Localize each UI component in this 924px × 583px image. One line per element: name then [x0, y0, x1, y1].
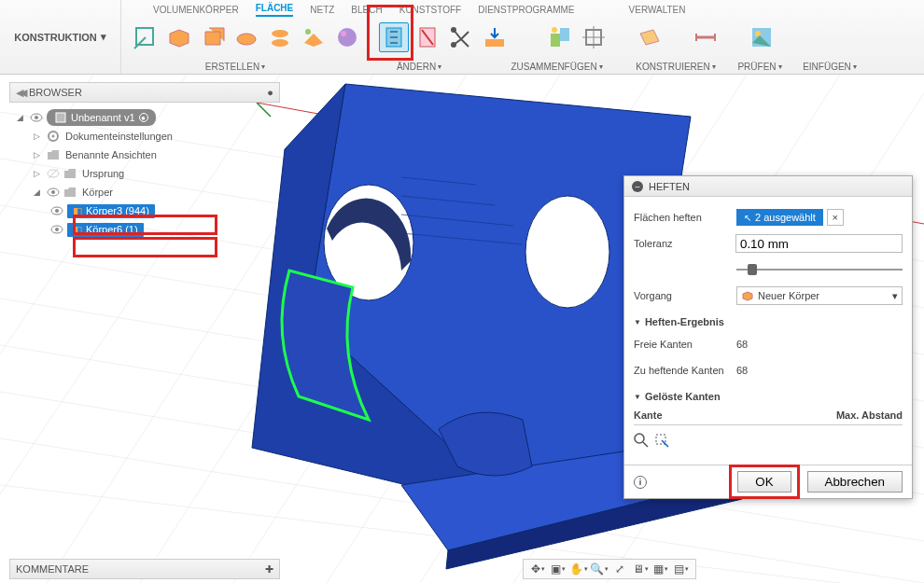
joint-icon[interactable]	[545, 22, 575, 52]
sketch-icon[interactable]	[131, 22, 161, 52]
kommentare-bar[interactable]: KOMMENTARE ✚	[9, 559, 280, 579]
dialog-titlebar[interactable]: – HEFTEN	[624, 176, 912, 197]
svg-point-31	[272, 39, 288, 47]
minimize-icon[interactable]: –	[632, 181, 643, 192]
extend-icon[interactable]	[480, 22, 510, 52]
plane-icon[interactable]	[635, 22, 665, 52]
svg-point-33	[338, 28, 357, 47]
toleranz-input[interactable]	[735, 234, 903, 253]
svg-line-67	[643, 442, 648, 447]
extrude-icon[interactable]	[164, 22, 194, 52]
freie-label: Freie Kanten	[634, 339, 736, 350]
svg-rect-44	[551, 34, 560, 47]
root-badge: Unbenannt v1 ●	[47, 109, 156, 126]
collapse-arrows-icon[interactable]: ◀◀	[16, 87, 23, 99]
svg-point-30	[272, 30, 288, 37]
group-pruefen[interactable]: PRÜFEN	[727, 59, 792, 74]
browser-header[interactable]: ◀◀ BROWSER ●	[9, 82, 280, 103]
zoom-icon[interactable]	[634, 433, 649, 450]
view-toolbar: ✥ ▣ ✋ 🔍 ⤢ 🖥 ▦ ▤	[523, 559, 696, 579]
eye-off-icon[interactable]	[47, 167, 60, 180]
fit-icon[interactable]: ⤢	[611, 561, 628, 577]
revolve-icon[interactable]	[198, 22, 228, 52]
lookat-icon[interactable]: ▣	[550, 561, 567, 577]
collapse-dot-icon[interactable]: ●	[267, 87, 273, 98]
toleranz-slider[interactable]	[736, 262, 903, 277]
patch-icon[interactable]	[299, 22, 329, 52]
cancel-button[interactable]: Abbrechen	[807, 471, 903, 493]
svg-line-23	[401, 177, 476, 185]
caret-icon: ▾	[101, 31, 106, 43]
svg-rect-27	[136, 28, 153, 45]
eye-icon[interactable]	[30, 111, 43, 124]
ribbon-tools	[121, 17, 924, 59]
tab-flaeche[interactable]: FLÄCHE	[256, 1, 294, 17]
orbit-icon[interactable]: ✥	[529, 561, 546, 577]
group-erstellen[interactable]: ERSTELLEN	[121, 59, 349, 74]
eye-icon[interactable]	[50, 223, 63, 236]
form-icon[interactable]	[332, 22, 362, 52]
insert-icon[interactable]	[747, 22, 777, 52]
selection-chip[interactable]: ↖2 ausgewählt	[736, 209, 823, 226]
tree-expand-icon[interactable]: ▷	[34, 169, 43, 178]
tree-toggle-icon[interactable]: ◢	[17, 113, 26, 122]
highlight-stitch-tool	[367, 5, 413, 61]
joint-origin-icon[interactable]	[579, 22, 609, 52]
grid-icon[interactable]: ▦	[652, 561, 669, 577]
svg-point-57	[52, 135, 55, 138]
svg-rect-55	[56, 113, 65, 122]
ok-button[interactable]: OK	[737, 471, 791, 493]
measure-icon[interactable]	[691, 22, 721, 52]
heften-dialog: – HEFTEN Flächen heften ↖2 ausgewählt × …	[623, 175, 913, 499]
tree-item-koerper-folder[interactable]: ◢ Körper	[13, 183, 280, 201]
browser-title: BROWSER	[29, 87, 82, 98]
trim-icon[interactable]	[446, 22, 476, 52]
kommentare-label: KOMMENTARE	[16, 563, 89, 575]
info-icon[interactable]: i	[634, 476, 647, 489]
svg-rect-43	[485, 39, 504, 47]
svg-line-24	[401, 196, 495, 205]
highlight-body6	[73, 237, 217, 257]
pan-icon[interactable]: ✋	[570, 561, 587, 577]
tab-dienstprogramme[interactable]: DIENSTPROGRAMME	[478, 3, 574, 17]
select-edges-icon[interactable]	[654, 433, 669, 450]
tree-root[interactable]: ◢ Unbenannt v1 ●	[13, 108, 280, 127]
toleranz-label: Toleranz	[634, 238, 735, 249]
caret-icon: ▾	[892, 290, 898, 302]
section-ergebnis[interactable]: Heften-Ergebnis	[634, 316, 903, 327]
tab-netz[interactable]: NETZ	[310, 3, 334, 17]
group-zusammen[interactable]: ZUSAMMENFÜGEN	[489, 59, 624, 74]
svg-point-65	[55, 228, 59, 231]
svg-point-46	[552, 27, 557, 33]
eye-icon[interactable]	[47, 186, 60, 199]
tree-toggle-icon[interactable]: ◢	[34, 187, 43, 197]
flaechen-label: Flächen heften	[634, 212, 736, 223]
eye-icon[interactable]	[50, 204, 63, 217]
unstitch-icon[interactable]	[413, 22, 442, 52]
section-geloeste[interactable]: Gelöste Kanten	[634, 391, 903, 402]
konstruktion-dropdown[interactable]: KONSTRUKTION ▾	[0, 0, 121, 74]
clear-selection-button[interactable]: ×	[827, 209, 844, 226]
group-aendern[interactable]: ÄNDERN	[349, 59, 489, 74]
loft-icon[interactable]	[265, 22, 295, 52]
ribbon-tabs: VOLUMENKÖRPER FLÄCHE NETZ BLECH KUNSTSTO…	[121, 0, 924, 17]
zoom-icon[interactable]: 🔍	[591, 561, 608, 577]
svg-rect-45	[560, 28, 569, 41]
tree-item-dokument[interactable]: ▷ Dokumenteinstellungen	[13, 127, 280, 146]
group-konstruieren[interactable]: KONSTRUIEREN	[624, 59, 727, 74]
tab-verwalten[interactable]: VERWALTEN	[629, 3, 686, 17]
tree-item-ansichten[interactable]: ▷ Benannte Ansichten	[13, 146, 280, 164]
expand-icon[interactable]: ✚	[265, 563, 273, 576]
svg-point-66	[635, 434, 644, 443]
tab-volumenkoerper[interactable]: VOLUMENKÖRPER	[153, 3, 239, 17]
viewports-icon[interactable]: ▤	[673, 561, 690, 577]
tree-item-ursprung[interactable]: ▷ Ursprung	[13, 164, 280, 183]
group-einfuegen[interactable]: EINFÜGEN	[792, 59, 867, 74]
tree-expand-icon[interactable]: ▷	[34, 150, 43, 160]
display-icon[interactable]: 🖥	[632, 561, 649, 577]
svg-line-26	[401, 233, 523, 244]
freie-value: 68	[736, 339, 748, 350]
vorgang-select[interactable]: Neuer Körper ▾	[736, 286, 903, 305]
sweep-icon[interactable]	[231, 22, 261, 52]
tree-expand-icon[interactable]: ▷	[34, 132, 43, 141]
